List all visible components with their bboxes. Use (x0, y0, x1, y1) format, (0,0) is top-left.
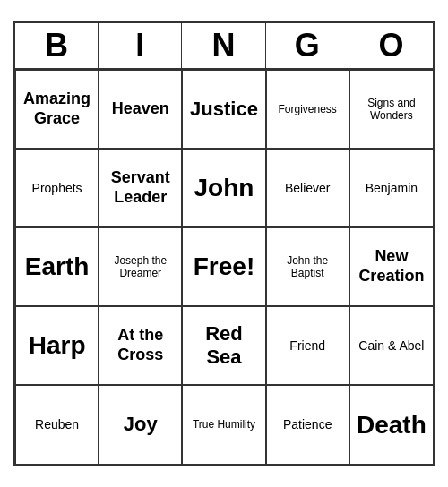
cell-label: Prophets (32, 181, 82, 196)
bingo-cell-r4-c0: Reuben (15, 385, 99, 464)
header-letter: G (266, 23, 349, 68)
bingo-cell-r2-c0: Earth (15, 227, 99, 306)
bingo-cell-r0-c0: Amazing Grace (15, 70, 99, 149)
bingo-cell-r3-c3: Friend (266, 306, 349, 385)
bingo-cell-r1-c2: John (182, 149, 265, 227)
bingo-cell-r4-c2: True Humility (182, 385, 265, 464)
bingo-cell-r0-c3: Forgiveness (266, 70, 349, 149)
cell-label: At the Cross (103, 326, 177, 364)
bingo-cell-r3-c4: Cain & Abel (349, 306, 433, 385)
bingo-cell-r1-c0: Prophets (15, 149, 99, 227)
cell-label: Friend (289, 338, 325, 354)
cell-label: Patience (283, 417, 332, 432)
cell-label: Signs and Wonders (354, 97, 429, 123)
bingo-cell-r0-c2: Justice (182, 70, 265, 149)
bingo-cell-r0-c1: Heaven (99, 70, 182, 149)
header-letter: O (349, 23, 433, 68)
cell-label: True Humility (193, 418, 255, 431)
cell-label: Justice (190, 98, 258, 121)
bingo-cell-r3-c1: At the Cross (99, 306, 182, 385)
bingo-cell-r4-c1: Joy (99, 385, 182, 464)
cell-label: New Creation (354, 247, 429, 286)
cell-label: Free! (194, 252, 254, 282)
bingo-cell-r1-c4: Benjamin (349, 149, 433, 227)
cell-label: Harp (29, 330, 86, 361)
cell-label: Heaven (112, 99, 169, 119)
header-letter: N (182, 23, 265, 68)
bingo-header: BINGO (15, 23, 433, 70)
bingo-cell-r2-c1: Joseph the Dreamer (99, 227, 182, 306)
cell-label: Joy (124, 413, 158, 436)
cell-label: Amazing Grace (20, 90, 94, 128)
bingo-cell-r3-c0: Harp (15, 306, 99, 385)
header-letter: B (15, 23, 99, 68)
cell-label: Believer (285, 181, 331, 196)
cell-label: Forgiveness (279, 103, 337, 115)
bingo-cell-r0-c4: Signs and Wonders (349, 70, 433, 149)
header-letter: I (99, 23, 182, 68)
cell-label: Servant Leader (103, 168, 177, 207)
bingo-card: BINGO Amazing GraceHeavenJusticeForgiven… (13, 21, 435, 466)
bingo-grid: Amazing GraceHeavenJusticeForgivenessSig… (15, 70, 433, 464)
cell-label: Benjamin (366, 181, 418, 196)
cell-label: Joseph the Dreamer (103, 254, 177, 280)
cell-label: Cain & Abel (358, 338, 424, 354)
bingo-cell-r4-c4: Death (349, 385, 433, 464)
cell-label: Reuben (35, 417, 79, 432)
cell-label: John the Baptist (271, 254, 345, 280)
cell-label: John (194, 173, 254, 203)
bingo-cell-r4-c3: Patience (266, 385, 349, 464)
bingo-cell-r1-c3: Believer (266, 149, 349, 227)
bingo-cell-r3-c2: Red Sea (182, 306, 265, 385)
cell-label: Red Sea (186, 322, 261, 370)
bingo-cell-r2-c4: New Creation (349, 227, 433, 306)
bingo-cell-r2-c3: John the Baptist (266, 227, 349, 306)
bingo-cell-r1-c1: Servant Leader (99, 149, 182, 227)
cell-label: Death (357, 410, 426, 440)
bingo-cell-r2-c2: Free! (182, 227, 265, 306)
cell-label: Earth (25, 252, 90, 282)
